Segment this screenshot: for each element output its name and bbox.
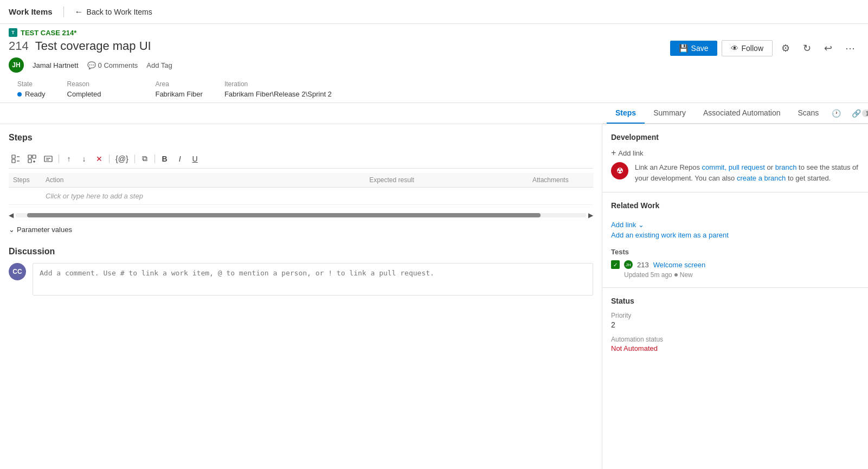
header-area: T TEST CASE 214* 214 Test coverage map U… [0, 24, 868, 103]
follow-button[interactable]: 👁 Follow [722, 40, 773, 56]
add-parent-link[interactable]: Add an existing work item as a parent [611, 229, 859, 241]
priority-label: Priority [611, 312, 859, 319]
dev-pull-request-link[interactable]: pull request [729, 163, 765, 171]
add-link-label: Add link [618, 149, 643, 157]
svg-rect-1 [12, 159, 15, 163]
dev-create-branch-link[interactable]: create a branch [737, 174, 786, 182]
toolbar-separator-3 [134, 155, 135, 163]
step-expected-cell [365, 188, 528, 205]
tests-section-title: Tests [611, 248, 859, 256]
svg-rect-0 [12, 155, 15, 158]
parameterize-button[interactable]: {@} [113, 153, 131, 165]
dev-link-row: ☢ Link an Azure Repos commit, pull reque… [611, 162, 859, 183]
test-name-link[interactable]: Welcome screen [653, 261, 706, 269]
area-label: Area [155, 80, 202, 88]
more-options-button[interactable]: ⋯ [841, 40, 859, 56]
right-panel: Development + Add link ☢ Link an Azure R… [602, 124, 868, 469]
tabs-and-right-tabs: Steps Summary Associated Automation Scan… [0, 103, 868, 124]
commenter-avatar: CC [9, 263, 26, 280]
reason-field: Reason Completed [67, 80, 101, 98]
undo-button[interactable]: ↩ [820, 40, 837, 56]
tab-scans[interactable]: Scans [789, 103, 827, 124]
underline-button[interactable]: U [189, 153, 202, 165]
scroll-track[interactable] [16, 213, 586, 217]
fields-area: State Ready Reason Completed Area Fabrik… [9, 77, 859, 102]
left-panel: Steps ↑ ↓ ✕ {@} ⧉ B I U [0, 124, 602, 469]
horizontal-scrollbar[interactable]: ◀ ▶ [9, 209, 593, 221]
dev-text-end: to get started. [788, 174, 831, 182]
dev-description-text: Link an Azure Repos commit, pull request… [635, 162, 859, 183]
work-items-title: Work Items [9, 7, 53, 16]
add-link-label-text: Add link [611, 221, 636, 229]
automation-status-value: Not Automated [611, 344, 859, 352]
col-steps-header: Steps [9, 173, 41, 188]
create-shared-step-button[interactable] [41, 153, 55, 165]
work-item-title: Test coverage map UI [35, 39, 151, 53]
table-row[interactable]: Click or type here to add a step [9, 188, 593, 205]
toolbar-separator-4 [155, 155, 155, 163]
discussion-title: Discussion [9, 247, 593, 256]
refresh-button[interactable]: ↻ [799, 40, 815, 56]
step-action-cell[interactable]: Click or type here to add a step [41, 188, 365, 205]
test-checkmark-icon: ✓ [611, 260, 620, 269]
meta-row: JH Jamal Hartnett 💬 0 Comments Add Tag [9, 57, 859, 73]
settings-button[interactable]: ⚙ [777, 40, 794, 56]
automation-status-label: Automation status [611, 336, 859, 343]
save-button[interactable]: 💾 Save [670, 41, 717, 56]
parameter-values-toggle[interactable]: ⌄ Parameter values [9, 226, 593, 234]
azure-repos-icon: ☢ [611, 162, 628, 179]
dev-branch-link[interactable]: branch [775, 163, 797, 171]
right-tabs-bar: Steps Summary Associated Automation Scan… [602, 103, 868, 124]
links-tab-icon[interactable]: 🔗 1 [847, 107, 868, 120]
related-work-section: Related Work Add link ⌄ Add an existing … [602, 192, 868, 288]
step-attachments-cell [528, 188, 593, 205]
tab-steps[interactable]: Steps [607, 103, 645, 124]
related-work-add-link-button[interactable]: Add link ⌄ [611, 221, 859, 229]
back-arrow-icon: ← [75, 7, 83, 17]
insert-step-button[interactable] [9, 153, 23, 165]
development-add-link-button[interactable]: + Add link [611, 148, 644, 158]
assignee-name: Jamal Hartnett [33, 61, 79, 69]
bold-button[interactable]: B [158, 153, 171, 165]
scroll-left-arrow[interactable]: ◀ [9, 211, 14, 219]
col-expected-header: Expected result [365, 173, 528, 188]
state-value: Ready [25, 90, 46, 98]
comment-input[interactable] [33, 263, 593, 295]
test-status-dot [674, 273, 678, 277]
tab-summary[interactable]: Summary [645, 103, 695, 124]
svg-rect-9 [44, 156, 52, 162]
copy-button[interactable]: ⧉ [138, 152, 151, 165]
test-case-label-row: T TEST CASE 214* [9, 28, 859, 37]
iteration-label: Iteration [224, 80, 332, 88]
chevron-down-icon: ⌄ [9, 226, 15, 234]
add-tag-button[interactable]: Add Tag [146, 61, 172, 69]
left-spacer [0, 103, 602, 124]
status-section-title: Status [611, 297, 859, 305]
steps-section-title: Steps [9, 133, 593, 143]
dev-commit-link[interactable]: commit, [702, 163, 727, 171]
back-to-work-items-link[interactable]: ← Back to Work Items [75, 7, 152, 17]
insert-shared-step-button[interactable] [25, 153, 39, 165]
follow-label: Follow [742, 44, 763, 53]
state-label: State [17, 80, 46, 88]
delete-step-button[interactable]: ✕ [93, 153, 106, 165]
steps-table: Steps Action Expected result Attachments… [9, 173, 593, 205]
divider [63, 7, 64, 17]
iteration-value: Fabrikam Fiber\Release 2\Sprint 2 [224, 90, 332, 98]
eye-icon: 👁 [731, 44, 738, 53]
related-work-title: Related Work [611, 201, 659, 210]
svg-rect-4 [28, 155, 31, 158]
svg-rect-5 [28, 159, 31, 163]
italic-button[interactable]: I [173, 153, 187, 165]
work-item-title-row: 214 Test coverage map UI [9, 39, 151, 53]
move-up-button[interactable]: ↑ [62, 153, 75, 165]
test-number: 213 [637, 261, 649, 269]
move-down-button[interactable]: ↓ [78, 153, 91, 165]
comments-link[interactable]: 💬 0 Comments [87, 61, 138, 69]
history-tab-icon[interactable]: 🕐 [827, 107, 845, 120]
scroll-right-arrow[interactable]: ▶ [588, 211, 593, 219]
scroll-thumb[interactable] [27, 213, 541, 217]
related-work-header: Related Work [611, 201, 859, 216]
work-item-number: 214 [9, 39, 29, 53]
tab-associated-automation[interactable]: Associated Automation [695, 103, 789, 124]
